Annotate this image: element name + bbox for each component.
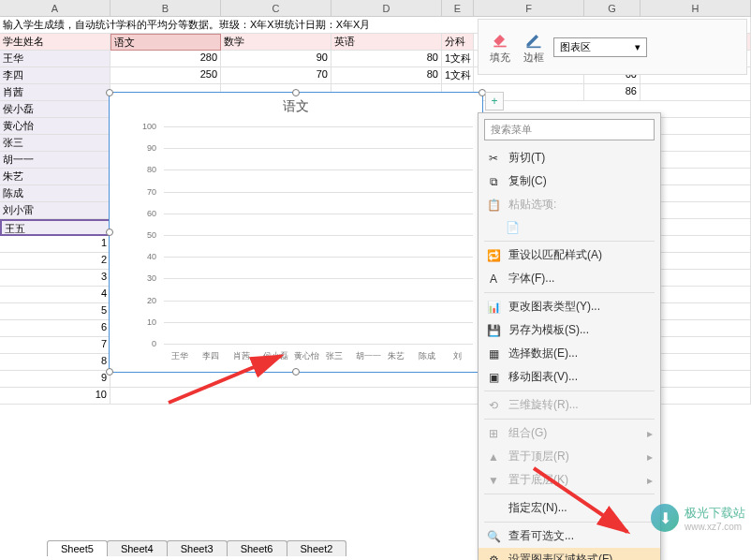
chart-type-icon: 📊 xyxy=(486,300,501,315)
col-header-h[interactable]: H xyxy=(641,0,751,16)
svg-rect-1 xyxy=(527,46,541,48)
col-header-g[interactable]: G xyxy=(584,0,641,16)
sheet-tab[interactable]: Sheet4 xyxy=(107,540,168,556)
chart-mini-toolbar: 填充 边框 图表区▾ xyxy=(478,19,747,75)
context-menu: 搜索菜单 ✂剪切(T) ⧉复制(C) 📋粘贴选项: 📄 🔁重设以匹配样式(A) … xyxy=(478,112,661,560)
menu-move-chart[interactable]: ▣移动图表(V)... xyxy=(479,365,660,389)
download-icon: ⬇ xyxy=(651,504,679,532)
svg-rect-0 xyxy=(493,45,506,47)
menu-font[interactable]: A字体(F)... xyxy=(479,267,660,290)
embedded-chart[interactable]: 语文 0102030405060708090100 王华李四肖茜侯小磊黄心怡张三… xyxy=(109,92,483,373)
group-icon: ⊞ xyxy=(486,426,501,441)
menu-select-data[interactable]: ▦选择数据(E)... xyxy=(479,342,660,365)
hdr-english[interactable]: 英语 xyxy=(331,34,442,51)
menu-search-input[interactable]: 搜索菜单 xyxy=(484,119,655,140)
font-icon: A xyxy=(486,272,501,287)
reset-icon: 🔁 xyxy=(486,248,501,263)
menu-reset-style[interactable]: 🔁重设以匹配样式(A) xyxy=(479,243,660,267)
back-icon: ▼ xyxy=(486,473,501,488)
menu-change-chart-type[interactable]: 📊更改图表类型(Y)... xyxy=(479,295,660,318)
col-header-e[interactable]: E xyxy=(442,0,474,16)
menu-paste-icon: 📄 xyxy=(479,216,660,239)
menu-format-chart-area[interactable]: ⚙设置图表区域格式(F)... xyxy=(479,548,660,560)
watermark: ⬇ 极光下载站 www.xz7.com xyxy=(651,504,745,532)
col-header-b[interactable]: B xyxy=(110,0,221,16)
front-icon: ▲ xyxy=(486,449,501,464)
copy-icon: ⧉ xyxy=(486,174,501,189)
col-header-a[interactable]: A xyxy=(0,0,110,16)
sheet-tab[interactable]: Sheet3 xyxy=(167,540,228,556)
col-header-c[interactable]: C xyxy=(221,0,331,16)
menu-paste-options: 📋粘贴选项: xyxy=(479,193,660,216)
rotate-icon: ⟲ xyxy=(486,398,501,413)
sheet-tab[interactable]: Sheet6 xyxy=(227,540,287,556)
menu-save-template[interactable]: 💾另存为模板(S)... xyxy=(479,318,660,342)
chevron-right-icon: ▸ xyxy=(647,450,653,464)
clipboard-icon: 📋 xyxy=(486,198,501,213)
hdr-subject[interactable]: 分科 xyxy=(442,34,474,51)
name-cell[interactable]: 李四 xyxy=(0,67,110,84)
menu-bring-front: ▲置于顶层(R)▸ xyxy=(479,445,660,468)
move-icon: ▣ xyxy=(486,370,501,385)
column-header-row: A B C D E F G H xyxy=(0,0,751,17)
hdr-math[interactable]: 数学 xyxy=(221,34,331,51)
menu-group: ⊞组合(G)▸ xyxy=(479,421,660,445)
chevron-right-icon: ▸ xyxy=(647,427,653,440)
col-header-f[interactable]: F xyxy=(474,0,584,16)
sheet-tab[interactable]: Sheet2 xyxy=(287,540,347,556)
paint-bucket-icon xyxy=(491,30,509,49)
select-data-icon: ▦ xyxy=(486,346,501,361)
border-button[interactable]: 边框 xyxy=(520,28,548,66)
chevron-down-icon: ▾ xyxy=(635,41,641,53)
save-icon: 💾 xyxy=(486,323,501,338)
hdr-name[interactable]: 学生姓名 xyxy=(0,34,110,51)
chart-quick-buttons: + xyxy=(485,92,506,113)
format-icon: ⚙ xyxy=(486,553,501,561)
sheet-tab-bar: Sheet5 Sheet4 Sheet3 Sheet6 Sheet2 xyxy=(47,540,346,556)
chart-elements-button[interactable]: + xyxy=(485,92,504,111)
menu-assign-macro[interactable]: 指定宏(N)... xyxy=(479,496,660,520)
hdr-chinese[interactable]: 语文 xyxy=(110,34,221,51)
chart-title: 语文 xyxy=(110,98,482,115)
menu-view-optional[interactable]: 🔍查看可选文... xyxy=(479,524,660,548)
menu-copy[interactable]: ⧉复制(C) xyxy=(479,169,660,193)
plus-icon: + xyxy=(491,95,497,108)
fill-button[interactable]: 填充 xyxy=(486,28,514,66)
col-header-d[interactable]: D xyxy=(331,0,442,16)
chevron-right-icon: ▸ xyxy=(647,474,653,487)
scissors-icon: ✂ xyxy=(486,151,501,166)
pen-icon xyxy=(524,30,543,49)
chart-plot-area: 0102030405060708090100 xyxy=(138,126,473,344)
chart-element-combo[interactable]: 图表区▾ xyxy=(553,37,647,57)
menu-cut[interactable]: ✂剪切(T) xyxy=(479,146,660,169)
name-cell[interactable]: 王华 xyxy=(0,51,110,67)
search-icon: 🔍 xyxy=(486,529,501,544)
menu-rotate-3d: ⟲三维旋转(R)... xyxy=(479,393,660,417)
paste-plain-icon: 📄 xyxy=(505,220,520,235)
menu-send-back: ▼置于底层(K)▸ xyxy=(479,468,660,492)
sheet-tab[interactable]: Sheet5 xyxy=(47,540,108,556)
